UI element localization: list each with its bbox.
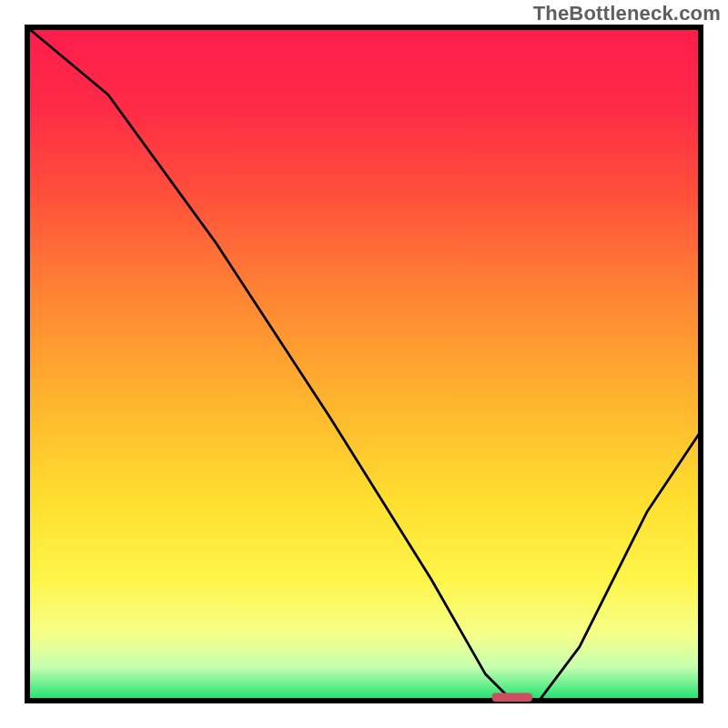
optimal-marker — [492, 693, 532, 703]
bottleneck-chart — [0, 0, 728, 728]
watermark-text: TheBottleneck.com — [533, 2, 721, 25]
chart-stage: TheBottleneck.com — [0, 0, 728, 728]
gradient-background — [27, 27, 701, 701]
